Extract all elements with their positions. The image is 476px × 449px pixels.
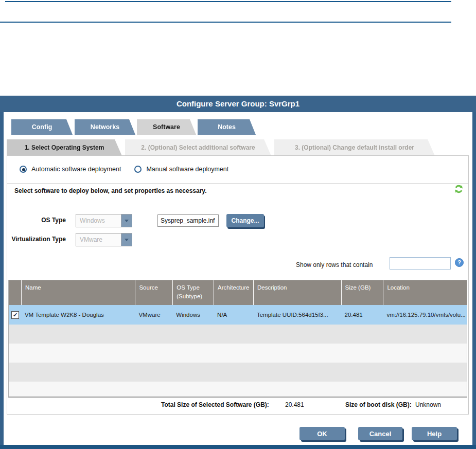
change-button[interactable]: Change... xyxy=(226,214,264,227)
column-name: Name xyxy=(21,280,135,305)
help-button[interactable]: Help xyxy=(412,427,457,440)
deployment-radio-group: Automatic software deployment Manual sof… xyxy=(20,166,228,173)
software-panel: Automatic software deployment Manual sof… xyxy=(7,155,469,415)
page-second-rule xyxy=(0,22,451,23)
tab-config-label: Config xyxy=(32,123,52,131)
radio-manual-deployment[interactable] xyxy=(134,166,142,173)
column-checkbox xyxy=(9,280,21,305)
boot-disk-label: Size of boot disk (GB): xyxy=(345,401,412,408)
subtab-label: 3. (Optional) Change default install ord… xyxy=(295,144,414,151)
subtab-select-additional-software[interactable]: 2. (Optional) Select additional software xyxy=(125,139,271,156)
tab-networks-label: Networks xyxy=(91,123,119,131)
empty-row xyxy=(9,325,467,344)
column-size: Size (GB) xyxy=(341,280,383,305)
total-size-label: Total Size of Selected Software (GB): xyxy=(161,401,269,408)
column-location: Location xyxy=(383,280,467,305)
filter-label: Show only rows that contain xyxy=(296,261,373,268)
table-row[interactable]: ✔ VM Template W2K8 - Douglas VMware Wind… xyxy=(9,305,467,325)
cell-description: Template UUID:564d15f3... xyxy=(253,312,341,318)
radio-automatic-deployment[interactable] xyxy=(20,166,27,173)
column-architecture: Architecture xyxy=(214,280,253,305)
dialog-border-right xyxy=(472,112,476,445)
tab-notes[interactable]: Notes xyxy=(198,119,256,135)
subtab-label: 2. (Optional) Select additional software xyxy=(141,144,255,151)
os-type-label: OS Type xyxy=(7,217,66,224)
table-header: Name Source OS Type (Subtype) Architectu… xyxy=(9,280,467,305)
virtualization-type-select[interactable]: VMware xyxy=(76,233,132,246)
cell-os-type: Windows xyxy=(172,312,214,318)
chevron-down-icon xyxy=(121,234,132,246)
sysprep-file-input[interactable] xyxy=(157,214,219,227)
total-size-value: 20.481 xyxy=(285,401,304,408)
subtab-label: 1. Select Operating System xyxy=(25,144,104,151)
row-checkbox[interactable]: ✔ xyxy=(11,311,19,319)
column-os-type: OS Type (Subtype) xyxy=(172,280,214,305)
help-icon[interactable]: ? xyxy=(455,258,464,267)
tab-software[interactable]: Software xyxy=(137,119,196,135)
cell-location: vm://16.125.79.10/vmfs/volu... xyxy=(383,312,467,318)
radio-selected-dot xyxy=(22,168,25,171)
empty-row xyxy=(9,382,467,397)
virtualization-type-label: Virtualization Type xyxy=(7,236,66,243)
page-top-rule xyxy=(5,1,451,2)
tab-notes-label: Notes xyxy=(218,123,236,131)
os-type-select[interactable]: Windows xyxy=(76,214,132,227)
cell-architecture: N/A xyxy=(214,312,253,318)
radio-manual-label: Manual software deployment xyxy=(146,166,228,173)
page: Configure Server Group: SvrGrp1 Config N… xyxy=(0,0,476,449)
os-type-value: Windows xyxy=(76,217,121,224)
check-icon: ✔ xyxy=(13,312,17,318)
configure-server-group-dialog: Configure Server Group: SvrGrp1 Config N… xyxy=(0,96,476,449)
dialog-border-bottom xyxy=(0,445,476,449)
dialog-title: Configure Server Group: SvrGrp1 xyxy=(0,96,476,112)
section-divider xyxy=(7,183,468,184)
chevron-down-icon xyxy=(121,214,132,227)
software-table: Name Source OS Type (Subtype) Architectu… xyxy=(8,280,467,398)
ok-button[interactable]: OK xyxy=(299,427,345,440)
cell-source: VMware xyxy=(135,312,172,318)
subtab-change-install-order[interactable]: 3. (Optional) Change default install ord… xyxy=(274,139,435,156)
instruction-text: Select software to deploy below, and set… xyxy=(14,187,206,194)
radio-automatic-label: Automatic software deployment xyxy=(31,166,121,173)
cancel-button[interactable]: Cancel xyxy=(358,427,402,440)
refresh-icon[interactable] xyxy=(454,184,464,194)
virtualization-type-value: VMware xyxy=(76,236,121,243)
tab-config[interactable]: Config xyxy=(11,119,73,135)
empty-row xyxy=(9,344,467,363)
subtab-select-operating-system[interactable]: 1. Select Operating System xyxy=(7,139,122,156)
column-source: Source xyxy=(135,280,172,305)
cell-size: 20.481 xyxy=(341,312,383,318)
cell-name: VM Template W2K8 - Douglas xyxy=(21,312,135,318)
column-description: Description xyxy=(253,280,341,305)
dialog-border-left xyxy=(0,112,4,445)
filter-input[interactable] xyxy=(390,257,451,270)
tab-networks[interactable]: Networks xyxy=(75,119,135,135)
tab-software-label: Software xyxy=(153,123,180,131)
empty-row xyxy=(9,363,467,382)
boot-disk-value: Unknown xyxy=(415,401,441,408)
